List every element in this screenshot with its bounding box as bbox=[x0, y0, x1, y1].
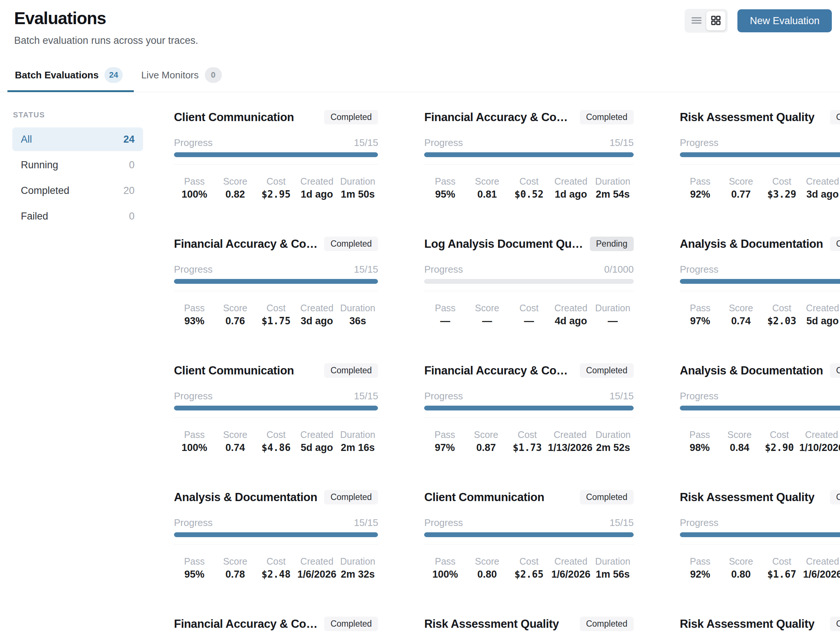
tab-live-monitors[interactable]: Live Monitors 0 bbox=[134, 67, 233, 92]
evaluation-card[interactable]: Log Analysis Document Qu… Pending Progre… bbox=[424, 237, 634, 327]
evaluation-card[interactable]: Analysis & Documentation Completed Progr… bbox=[680, 364, 840, 454]
card-header: Risk Assessment Quality Completed bbox=[424, 617, 634, 631]
progress-row: Progress 15/15 bbox=[680, 264, 840, 275]
stat-value: 1m 56s bbox=[592, 569, 634, 580]
stat-value: 97% bbox=[424, 442, 465, 454]
evaluation-card[interactable]: Client Communication Completed Progress … bbox=[174, 364, 378, 454]
stat-value: 1/6/2026 bbox=[550, 569, 592, 580]
sidebar-item-all[interactable]: All 24 bbox=[12, 127, 143, 151]
stat-value: 2m 52s bbox=[592, 442, 634, 454]
status-badge: Completed bbox=[830, 110, 840, 124]
stat-label: Cost bbox=[256, 556, 297, 567]
status-badge: Completed bbox=[580, 617, 634, 631]
stat-label: Pass bbox=[680, 556, 721, 567]
stat-label: Cost bbox=[508, 303, 550, 313]
card-divider bbox=[174, 544, 378, 545]
evaluation-card[interactable]: Risk Assessment Quality Completed Progre… bbox=[424, 617, 634, 643]
stat-score: Score— bbox=[466, 303, 508, 327]
stat-value: $2.03 bbox=[761, 315, 802, 326]
stat-value: 92% bbox=[680, 189, 721, 200]
evaluation-card[interactable]: Analysis & Documentation Completed Progr… bbox=[174, 491, 378, 580]
progress-count: 15/15 bbox=[610, 390, 634, 402]
stat-value: 0.87 bbox=[465, 442, 507, 454]
card-title: Analysis & Documentation bbox=[680, 364, 823, 377]
stat-score: Score0.76 bbox=[215, 303, 256, 327]
stat-value: $2.95 bbox=[256, 189, 297, 200]
sidebar-item-completed[interactable]: Completed 20 bbox=[12, 179, 143, 202]
card-header: Risk Assessment Quality Completed bbox=[680, 617, 840, 631]
progress-row: Progress 15/15 bbox=[680, 517, 840, 529]
stat-value: $4.86 bbox=[256, 442, 297, 453]
sidebar-item-label: Completed bbox=[21, 185, 70, 196]
card-title: Risk Assessment Quality bbox=[680, 111, 814, 124]
stat-duration: Duration36s bbox=[337, 303, 378, 327]
stat-label: Cost bbox=[256, 176, 297, 187]
evaluation-card[interactable]: Financial Accuracy & Co… Completed Progr… bbox=[424, 111, 634, 200]
evaluation-card[interactable]: Risk Assessment Quality Completed Progre… bbox=[680, 491, 840, 580]
card-header: Client Communication Completed bbox=[174, 111, 378, 124]
stat-label: Score bbox=[215, 303, 256, 313]
stat-value: 1d ago bbox=[297, 189, 337, 200]
stat-value: 0.74 bbox=[215, 442, 256, 454]
stat-label: Pass bbox=[424, 303, 466, 313]
page-header: Evaluations Batch evaluation runs across… bbox=[0, 0, 840, 46]
evaluation-card[interactable]: Client Communication Completed Progress … bbox=[174, 111, 378, 200]
evaluation-card[interactable]: Analysis & Documentation Completed Progr… bbox=[680, 237, 840, 327]
card-stats: Pass95%Score0.81Cost$0.52Created1d agoDu… bbox=[424, 176, 634, 200]
stat-cost: Cost$0.52 bbox=[508, 176, 550, 200]
stat-score: Score0.78 bbox=[215, 556, 256, 580]
sidebar-item-running[interactable]: Running 0 bbox=[12, 153, 143, 177]
progress-bar-fill bbox=[680, 532, 840, 537]
stat-value: $1.67 bbox=[761, 569, 802, 580]
tabs-bar: Batch Evaluations 24 Live Monitors 0 bbox=[0, 67, 840, 92]
card-stats: Pass98%Score0.84Cost$2.90Created1/10/202… bbox=[680, 429, 840, 454]
evaluation-card[interactable]: Financial Accuracy & Co… Completed Progr… bbox=[424, 364, 634, 454]
progress-bar bbox=[680, 406, 840, 410]
stat-label: Score bbox=[466, 303, 508, 313]
progress-bar-fill bbox=[174, 279, 378, 284]
sidebar-item-count: 24 bbox=[123, 134, 134, 145]
progress-count: 15/15 bbox=[610, 137, 634, 149]
stat-value: 1/6/2026 bbox=[802, 569, 840, 580]
list-view-button[interactable] bbox=[687, 11, 706, 31]
stat-label: Score bbox=[719, 429, 759, 440]
stat-label: Cost bbox=[761, 556, 802, 567]
stat-label: Cost bbox=[256, 429, 297, 440]
evaluation-card[interactable]: Financial Accuracy & Co… Completed Progr… bbox=[174, 617, 378, 643]
evaluation-card[interactable]: Risk Assessment Quality Completed Progre… bbox=[680, 111, 840, 200]
sidebar-item-failed[interactable]: Failed 0 bbox=[12, 204, 143, 228]
stat-duration: Duration2m 52s bbox=[592, 429, 634, 454]
stat-value: 0.84 bbox=[719, 442, 759, 454]
progress-bar-fill bbox=[424, 406, 634, 410]
progress-bar bbox=[424, 152, 634, 157]
stat-label: Score bbox=[721, 176, 762, 187]
card-title: Analysis & Documentation bbox=[680, 237, 823, 251]
page-title: Evaluations bbox=[14, 8, 198, 28]
card-divider bbox=[680, 291, 840, 291]
evaluation-card[interactable]: Risk Assessment Quality Completed Progre… bbox=[680, 617, 840, 643]
stat-cost: Cost$2.90 bbox=[759, 429, 799, 454]
status-badge: Completed bbox=[830, 363, 840, 378]
tab-batch-evaluations[interactable]: Batch Evaluations 24 bbox=[7, 67, 134, 92]
sidebar-item-label: Running bbox=[21, 159, 58, 171]
stat-created: Created5d ago bbox=[297, 429, 337, 454]
progress-label: Progress bbox=[174, 390, 212, 402]
stat-created: Created3d ago bbox=[297, 303, 337, 327]
evaluation-card[interactable]: Client Communication Completed Progress … bbox=[424, 491, 634, 580]
status-badge: Completed bbox=[324, 110, 378, 124]
stat-value: 100% bbox=[174, 189, 215, 200]
card-stats: Pass100%Score0.80Cost$2.65Created1/6/202… bbox=[424, 556, 634, 580]
grid-view-button[interactable] bbox=[706, 11, 726, 31]
evaluation-card[interactable]: Financial Accuracy & Co… Completed Progr… bbox=[174, 237, 378, 327]
stat-value: 3d ago bbox=[297, 315, 337, 327]
progress-bar bbox=[174, 152, 378, 157]
status-badge: Completed bbox=[830, 490, 840, 504]
view-toggle bbox=[685, 9, 728, 33]
progress-label: Progress bbox=[424, 517, 463, 529]
stat-label: Score bbox=[215, 556, 256, 567]
stat-label: Duration bbox=[337, 176, 378, 187]
stat-label: Pass bbox=[424, 556, 466, 567]
stat-label: Score bbox=[721, 303, 762, 313]
new-evaluation-button[interactable]: New Evaluation bbox=[737, 9, 832, 32]
stat-value: $0.52 bbox=[508, 189, 550, 200]
